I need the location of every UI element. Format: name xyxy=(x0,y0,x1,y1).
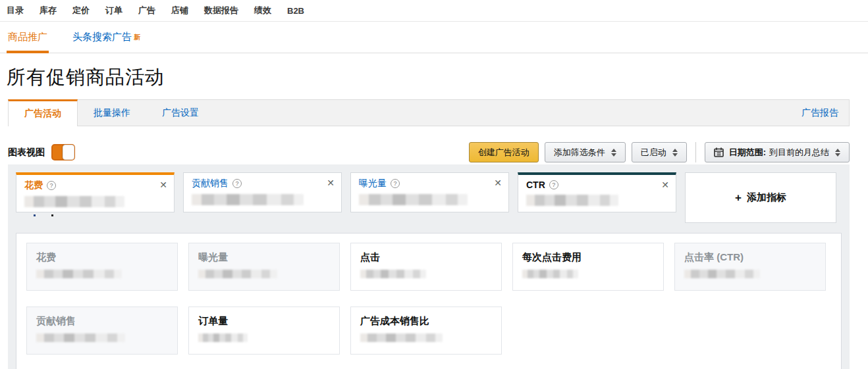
metric-picker-panel: 花费 曝光量 点击 每次点击费用 点击率 (CTR) 贡献销售 xyxy=(16,233,842,369)
controls-row: 图表视图 创建广告活动 添加筛选条件 已启动 xyxy=(8,142,850,162)
nav-item-advertising[interactable]: 广告 xyxy=(138,5,155,16)
metric-tile-label: 点击率 (CTR) xyxy=(684,251,816,264)
redacted-value xyxy=(360,270,426,278)
dropdown-arrows-icon xyxy=(611,149,616,157)
nav-item-orders[interactable]: 订单 xyxy=(105,5,122,16)
help-icon[interactable]: ? xyxy=(232,179,242,188)
metric-tile-spend: 花费 xyxy=(26,243,178,291)
vertical-separator xyxy=(695,142,696,162)
subnav-item-sponsored-products[interactable]: 商品推广 xyxy=(7,22,49,53)
redacted-value xyxy=(36,270,122,278)
date-range-dropdown[interactable]: 日期范围: 到目前的月总结 xyxy=(705,142,850,162)
status-filter-dropdown[interactable]: 已启动 xyxy=(632,142,687,162)
selected-metric-cards-row: 花费 ? ✕ 贡献销售 ? ✕ 曝光量 ? ✕ CTR xyxy=(16,172,842,223)
toggle-knob xyxy=(63,145,74,160)
redacted-value xyxy=(192,194,304,205)
metric-card-attributed-sales[interactable]: 贡献销售 ? ✕ xyxy=(183,172,342,212)
add-metric-label: 添加指标 xyxy=(747,191,786,204)
tab-campaigns[interactable]: 广告活动 xyxy=(8,99,78,126)
metric-tile-label: 贡献销售 xyxy=(36,315,168,328)
add-filter-label: 添加筛选条件 xyxy=(554,147,605,159)
redacted-value xyxy=(360,333,443,342)
close-icon[interactable]: ✕ xyxy=(327,178,335,187)
metric-tile-clicks[interactable]: 点击 xyxy=(350,243,502,291)
date-range-label: 日期范围: xyxy=(729,147,766,159)
nav-item-pricing[interactable]: 定价 xyxy=(72,5,90,16)
close-icon[interactable]: ✕ xyxy=(159,180,167,189)
help-icon[interactable]: ? xyxy=(549,180,558,189)
redacted-value xyxy=(359,194,468,205)
subnav-sponsored-products-label: 商品推广 xyxy=(8,31,47,43)
metric-tile-label: 每次点击费用 xyxy=(522,251,654,264)
redacted-value xyxy=(522,270,578,278)
help-icon[interactable]: ? xyxy=(47,181,56,190)
controls-buttons: 创建广告活动 添加筛选条件 已启动 日期范围: 到目前的月总 xyxy=(469,142,850,162)
metric-tile-label: 花费 xyxy=(36,251,168,264)
add-filter-dropdown[interactable]: 添加筛选条件 xyxy=(545,142,626,162)
calendar-icon xyxy=(714,147,724,157)
nav-item-catalog[interactable]: 目录 xyxy=(7,5,24,16)
redacted-value xyxy=(198,333,248,342)
nav-item-inventory[interactable]: 库存 xyxy=(40,5,57,16)
metric-card-spend[interactable]: 花费 ? ✕ xyxy=(16,172,175,212)
create-campaign-button[interactable]: 创建广告活动 xyxy=(469,142,539,162)
metric-card-label: 贡献销售 xyxy=(192,178,229,189)
redacted-value xyxy=(36,333,125,342)
nav-item-reports[interactable]: 数据报告 xyxy=(204,5,238,16)
metric-card-impressions[interactable]: 曝光量 ? ✕ xyxy=(350,172,509,212)
nav-item-b2b[interactable]: B2B xyxy=(287,6,304,16)
metric-tile-label: 广告成本销售比 xyxy=(360,315,492,328)
status-filter-label: 已启动 xyxy=(641,147,666,159)
metric-card-ctr[interactable]: CTR ? ✕ xyxy=(518,172,676,212)
subnav-headline-ads-label: 头条搜索广告 xyxy=(72,31,132,43)
metric-card-label: 花费 xyxy=(24,180,43,191)
metrics-section: 花费 ? ✕ 贡献销售 ? ✕ 曝光量 ? ✕ CTR xyxy=(8,164,850,369)
metric-tile-orders[interactable]: 订单量 xyxy=(188,307,340,355)
metric-tile-label: 订单量 xyxy=(198,315,330,328)
redaction-artifact xyxy=(34,214,36,216)
redacted-value xyxy=(24,196,124,207)
metric-tile-ctr: 点击率 (CTR) xyxy=(674,243,826,291)
metric-tile-cpc[interactable]: 每次点击费用 xyxy=(512,243,664,291)
dropdown-arrows-icon xyxy=(835,149,840,157)
add-metric-button[interactable]: + 添加指标 xyxy=(685,172,836,223)
dropdown-arrows-icon xyxy=(672,149,678,157)
new-badge: 新 xyxy=(134,33,140,42)
tab-bulk-operations[interactable]: 批量操作 xyxy=(78,100,146,126)
close-icon[interactable]: ✕ xyxy=(494,178,502,187)
metric-tile-acos[interactable]: 广告成本销售比 xyxy=(350,307,502,355)
metric-tile-row-1: 花费 曝光量 点击 每次点击费用 点击率 (CTR) xyxy=(26,243,831,291)
redacted-value xyxy=(198,270,277,278)
redacted-value xyxy=(526,195,618,206)
tab-ad-settings[interactable]: 广告设置 xyxy=(146,100,215,126)
metric-card-label: CTR xyxy=(526,180,545,190)
metric-card-label: 曝光量 xyxy=(359,178,387,189)
top-navigation: 目录 库存 定价 订单 广告 店铺 数据报告 绩效 B2B xyxy=(0,0,868,22)
metric-tile-label: 点击 xyxy=(360,251,492,264)
ads-sub-navigation: 商品推广 头条搜索广告 新 xyxy=(0,22,868,53)
metric-tile-impressions: 曝光量 xyxy=(188,243,340,291)
page-title: 所有促销商品活动 xyxy=(7,64,861,91)
help-icon[interactable]: ? xyxy=(391,179,400,188)
chart-view-toggle[interactable] xyxy=(51,144,75,160)
ad-reports-link[interactable]: 广告报告 xyxy=(801,107,838,119)
campaign-tab-strip: 广告活动 批量操作 广告设置 广告报告 xyxy=(8,99,850,126)
nav-item-performance[interactable]: 绩效 xyxy=(254,5,271,16)
close-icon[interactable]: ✕ xyxy=(661,180,669,189)
redaction-artifact xyxy=(51,214,53,216)
chart-view-label: 图表视图 xyxy=(8,147,45,159)
metric-tile-label: 曝光量 xyxy=(198,251,330,264)
nav-item-store[interactable]: 店铺 xyxy=(171,5,188,16)
plus-icon: + xyxy=(735,191,742,205)
metric-tile-row-2: 贡献销售 订单量 广告成本销售比 xyxy=(26,307,831,355)
metric-tile-attributed-sales: 贡献销售 xyxy=(26,307,178,355)
date-range-value: 到目前的月总结 xyxy=(769,147,829,159)
subnav-item-headline-search-ads[interactable]: 头条搜索广告 新 xyxy=(71,22,142,53)
redacted-value xyxy=(684,270,760,278)
